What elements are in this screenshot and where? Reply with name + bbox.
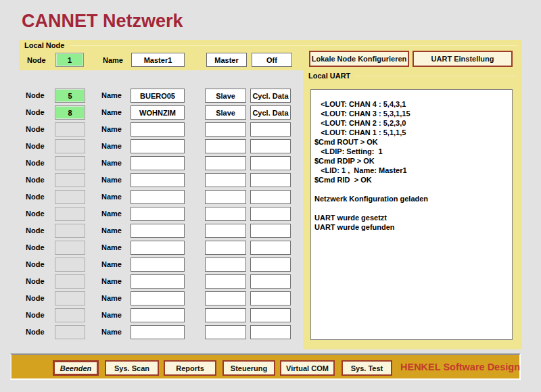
node-id-field[interactable]: [55, 308, 85, 322]
table-row: NodeName: [0, 207, 303, 221]
uart-log-textbox[interactable]: <LOUT: CHAN 4 : 5,4,3,1 <LOUT: CHAN 3 : …: [310, 89, 513, 340]
node-id-field[interactable]: [55, 291, 85, 305]
node-id-field[interactable]: [55, 274, 85, 289]
node-id-field[interactable]: [55, 173, 85, 187]
node-name-field[interactable]: [131, 173, 185, 187]
node-name-field[interactable]: [131, 308, 185, 322]
node-id-field[interactable]: [55, 258, 85, 272]
node-role-field[interactable]: [205, 190, 246, 204]
node-role-field[interactable]: [205, 308, 246, 322]
table-row: NodeName: [0, 258, 303, 272]
node-id-field[interactable]: [55, 207, 85, 221]
node-row-node-label: Node: [26, 108, 45, 116]
node-mode-field[interactable]: [250, 274, 291, 289]
node-row-node-label: Node: [26, 210, 45, 218]
groupbox-line: [354, 76, 517, 76]
node-name-field[interactable]: [131, 139, 185, 153]
table-row: NodeName: [0, 139, 303, 153]
node-name-field[interactable]: [131, 291, 185, 305]
node-role-field[interactable]: [205, 224, 246, 238]
table-row: NodeName: [0, 308, 303, 322]
node-row-name-label: Name: [101, 243, 122, 251]
node-mode-field[interactable]: [250, 156, 291, 170]
beenden-button[interactable]: Beenden: [53, 360, 99, 376]
node-name-field[interactable]: BUERO05: [131, 89, 185, 103]
node-id-field[interactable]: 8: [55, 105, 85, 120]
node-name-field[interactable]: [131, 207, 185, 221]
node-mode-field[interactable]: [250, 325, 291, 339]
node-role-field[interactable]: [205, 122, 246, 137]
node-row-node-label: Node: [26, 91, 45, 99]
reports-button[interactable]: Reports: [164, 360, 216, 376]
table-row: NodeName: [0, 224, 303, 238]
node-name-field[interactable]: [131, 122, 185, 137]
node-mode-field[interactable]: Cycl. Data: [250, 105, 291, 120]
steuerung-button[interactable]: Steuerung: [222, 360, 275, 376]
node-mode-field[interactable]: [250, 190, 291, 204]
node-mode-field[interactable]: [250, 139, 291, 153]
local-node-node-label: Node: [27, 56, 46, 64]
node-role-field[interactable]: Slave: [205, 89, 246, 103]
node-name-field[interactable]: [131, 224, 185, 238]
node-name-field[interactable]: [131, 325, 185, 339]
node-role-field[interactable]: [205, 291, 246, 305]
local-node-mode-field[interactable]: Off: [252, 53, 292, 67]
node-name-field[interactable]: [131, 241, 185, 255]
node-id-field[interactable]: [55, 190, 85, 204]
table-row: NodeName: [0, 190, 303, 204]
node-role-field[interactable]: [205, 207, 246, 221]
table-row: NodeName: [0, 325, 303, 339]
table-row: NodeName: [0, 173, 303, 187]
node-row-node-label: Node: [26, 125, 45, 133]
node-mode-field[interactable]: [250, 207, 291, 221]
node-row-node-label: Node: [26, 294, 45, 302]
node-row-name-label: Name: [101, 260, 122, 268]
node-mode-field[interactable]: [250, 308, 291, 322]
virtual-com-button[interactable]: Virtual COM: [280, 360, 335, 376]
node-name-field[interactable]: [131, 156, 185, 170]
node-name-field[interactable]: [131, 274, 185, 289]
node-id-field[interactable]: 5: [55, 89, 85, 103]
node-role-field[interactable]: [205, 274, 246, 289]
node-row-name-label: Name: [101, 176, 122, 184]
table-row: NodeName: [0, 291, 303, 305]
node-mode-field[interactable]: Cycl. Data: [250, 89, 291, 103]
node-id-field[interactable]: [55, 156, 85, 170]
local-node-group-label: Local Node: [24, 41, 64, 49]
node-name-field[interactable]: [131, 258, 185, 272]
local-node-name-label: Name: [103, 56, 123, 64]
node-mode-field[interactable]: [250, 258, 291, 272]
sys-test-button[interactable]: Sys. Test: [342, 360, 392, 376]
configure-local-node-button[interactable]: Lokale Node Konfigurieren: [309, 51, 409, 67]
node-id-field[interactable]: [55, 122, 85, 137]
node-row-name-label: Name: [101, 193, 122, 201]
node-row-node-label: Node: [26, 176, 45, 184]
local-node-name-field[interactable]: Master1: [131, 53, 185, 67]
node-mode-field[interactable]: [250, 173, 291, 187]
node-id-field[interactable]: [55, 139, 85, 153]
local-node-id-field[interactable]: 1: [55, 53, 84, 67]
node-mode-field[interactable]: [250, 241, 291, 255]
node-row-name-label: Name: [101, 294, 122, 302]
node-name-field[interactable]: [131, 190, 185, 204]
node-role-field[interactable]: [205, 325, 246, 339]
node-mode-field[interactable]: [250, 122, 291, 137]
uart-settings-button[interactable]: UART Einstellung: [413, 51, 513, 67]
node-id-field[interactable]: [55, 224, 85, 238]
local-uart-group-label: Local UART: [308, 72, 350, 80]
node-id-field[interactable]: [55, 325, 85, 339]
node-role-field[interactable]: [205, 139, 246, 153]
node-role-field[interactable]: [205, 156, 246, 170]
node-role-field[interactable]: [205, 258, 246, 272]
node-id-field[interactable]: [55, 241, 85, 255]
node-role-field[interactable]: Slave: [205, 105, 246, 120]
sys-scan-button[interactable]: Sys. Scan: [105, 360, 159, 376]
node-row-node-label: Node: [26, 277, 45, 285]
node-mode-field[interactable]: [250, 291, 291, 305]
node-name-field[interactable]: WOHNZIM: [131, 105, 185, 120]
node-role-field[interactable]: [205, 241, 246, 255]
table-row: NodeName: [0, 241, 303, 255]
node-role-field[interactable]: [205, 173, 246, 187]
local-node-role-field[interactable]: Master: [206, 53, 247, 67]
node-mode-field[interactable]: [250, 224, 291, 238]
